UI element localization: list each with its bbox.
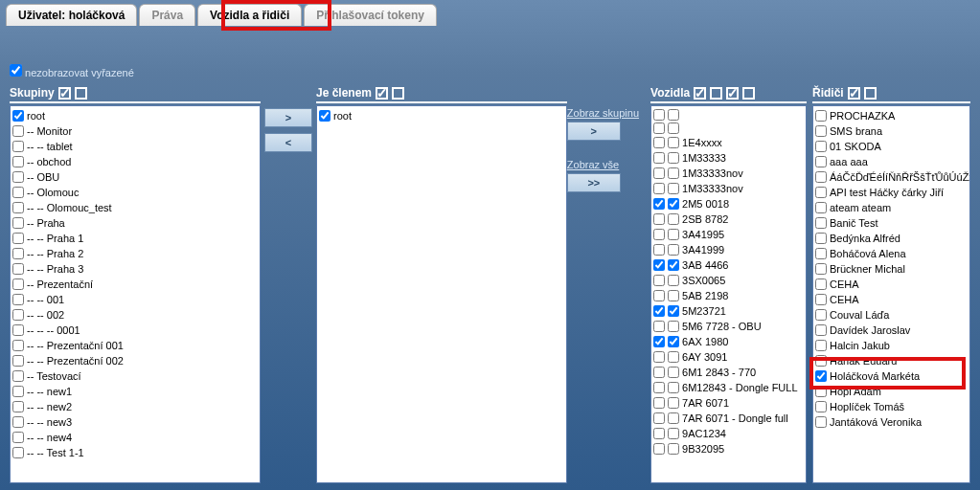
group-checkbox[interactable] [12,141,24,152]
vehicle-checkbox-2[interactable] [668,367,679,378]
group-checkbox[interactable] [12,217,24,229]
driver-checkbox[interactable] [815,156,827,167]
vehicle-checkbox-2[interactable] [668,198,679,210]
vehicle-checkbox-1[interactable] [653,229,665,240]
group-checkbox[interactable] [12,386,24,397]
tab-vehicles-drivers[interactable]: Vozidla a řidiči [197,4,302,26]
groups-header-check-off[interactable] [75,87,87,100]
show-group-button[interactable]: > [567,122,621,141]
vehicles-hchk-1[interactable] [694,87,706,100]
vehicle-checkbox-2[interactable] [668,351,679,363]
vehicle-checkbox-1[interactable] [653,152,665,164]
vehicle-checkbox-1[interactable] [653,213,665,225]
group-checkbox[interactable] [12,355,24,367]
vehicle-checkbox-1[interactable] [653,305,665,317]
vehicle-checkbox-2[interactable] [668,183,679,194]
hide-disabled-checkbox[interactable] [10,64,22,77]
group-checkbox[interactable] [12,110,24,122]
vehicle-checkbox-2[interactable] [668,336,679,347]
vehicle-checkbox-1[interactable] [653,321,665,332]
vehicle-checkbox-1[interactable] [653,290,665,301]
vehicle-checkbox-2[interactable] [668,137,679,148]
vehicle-checkbox-1[interactable] [653,367,665,378]
driver-checkbox[interactable] [815,355,827,367]
vehicle-checkbox-1[interactable] [653,167,665,179]
vehicle-checkbox-1[interactable] [653,351,665,363]
groups-header-check-on[interactable] [58,87,71,100]
vehicle-checkbox-2[interactable] [668,428,679,439]
driver-checkbox[interactable] [815,309,827,321]
vehicles-hchk-3[interactable] [726,87,739,100]
driver-checkbox[interactable] [815,217,827,229]
vehicle-checkbox-1[interactable] [653,412,665,424]
vehicle-checkbox-2[interactable] [668,321,679,332]
group-checkbox[interactable] [12,171,24,183]
vehicle-checkbox-2[interactable] [668,167,679,179]
group-checkbox[interactable] [12,340,24,351]
group-checkbox[interactable] [12,324,24,336]
vehicle-checkbox-2[interactable] [668,122,679,134]
vehicle-checkbox-1[interactable] [653,198,665,210]
group-checkbox[interactable] [12,125,24,137]
vehicle-checkbox-2[interactable] [668,213,679,225]
move-left-button[interactable]: < [264,133,312,152]
driver-checkbox[interactable] [815,187,827,198]
tab-user[interactable]: Uživatel: holáčková [6,4,137,26]
driver-checkbox[interactable] [815,324,827,336]
vehicles-hchk-4[interactable] [742,87,755,100]
group-checkbox[interactable] [12,416,24,428]
driver-checkbox[interactable] [815,202,827,213]
vehicle-checkbox-1[interactable] [653,336,665,347]
vehicle-checkbox-2[interactable] [668,229,679,240]
show-all-button[interactable]: >> [567,173,621,192]
driver-checkbox[interactable] [815,171,827,183]
vehicle-checkbox-2[interactable] [668,244,679,256]
driver-checkbox[interactable] [815,370,827,382]
driver-checkbox[interactable] [815,233,827,244]
vehicles-hchk-2[interactable] [710,87,722,100]
group-checkbox[interactable] [12,202,24,213]
vehicle-checkbox-1[interactable] [653,259,665,271]
vehicle-checkbox-2[interactable] [668,275,679,286]
group-checkbox[interactable] [12,248,24,259]
driver-checkbox[interactable] [815,248,827,259]
group-checkbox[interactable] [12,233,24,244]
memberof-header-check-off[interactable] [392,87,404,100]
vehicle-checkbox-1[interactable] [653,183,665,194]
tab-rights[interactable]: Práva [139,4,195,26]
driver-checkbox[interactable] [815,401,827,412]
vehicle-checkbox-2[interactable] [668,290,679,301]
vehicle-checkbox-1[interactable] [653,382,665,393]
vehicle-checkbox-1[interactable] [653,137,665,148]
vehicle-checkbox-1[interactable] [653,275,665,286]
vehicle-checkbox-2[interactable] [668,259,679,271]
vehicle-checkbox-2[interactable] [668,109,679,121]
driver-checkbox[interactable] [815,340,827,351]
driver-checkbox[interactable] [815,263,827,275]
vehicle-checkbox-1[interactable] [653,443,665,455]
group-checkbox[interactable] [12,278,24,290]
drivers-hchk-on[interactable] [848,87,860,100]
group-checkbox[interactable] [12,187,24,198]
vehicle-checkbox-2[interactable] [668,412,679,424]
driver-checkbox[interactable] [815,386,827,397]
vehicle-checkbox-2[interactable] [668,305,679,317]
driver-checkbox[interactable] [815,110,827,122]
vehicle-checkbox-2[interactable] [668,152,679,164]
tab-tokens[interactable]: Přihlašovací tokeny [304,4,437,26]
group-checkbox[interactable] [12,370,24,382]
vehicle-checkbox-2[interactable] [668,382,679,393]
vehicle-checkbox-1[interactable] [653,109,665,121]
group-checkbox[interactable] [12,309,24,321]
drivers-hchk-off[interactable] [864,87,877,100]
group-checkbox[interactable] [12,432,24,443]
vehicle-checkbox-1[interactable] [653,244,665,256]
memberof-checkbox[interactable] [319,110,330,122]
driver-checkbox[interactable] [815,141,827,152]
memberof-header-check-on[interactable] [376,87,388,100]
driver-checkbox[interactable] [815,278,827,290]
driver-checkbox[interactable] [815,125,827,137]
vehicle-checkbox-1[interactable] [653,122,665,134]
group-checkbox[interactable] [12,156,24,167]
vehicle-checkbox-2[interactable] [668,443,679,455]
